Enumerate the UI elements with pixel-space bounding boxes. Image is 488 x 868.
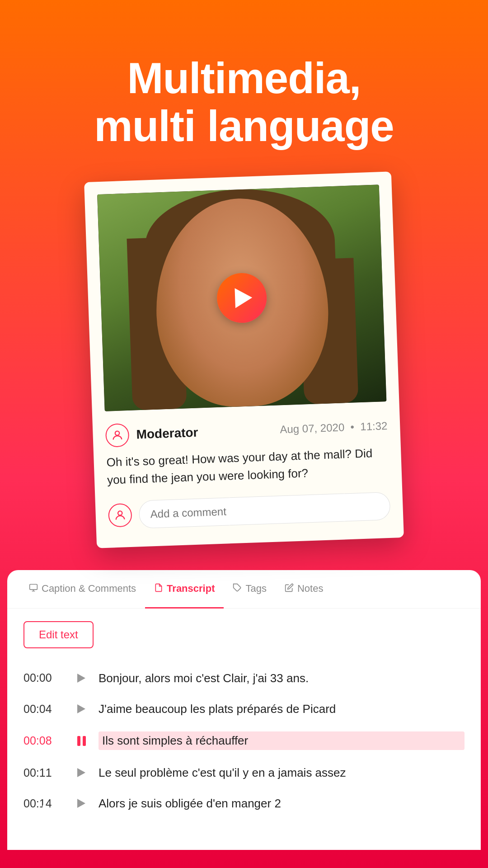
transcript-time-2: 00:08 <box>23 734 64 747</box>
svg-point-0 <box>115 431 120 436</box>
transcript-row: 00:14 Alors je suis obligée d'en manger … <box>23 788 465 819</box>
logo-dot-1 <box>27 814 36 823</box>
pause-bars <box>77 736 86 746</box>
tab-caption[interactable]: Caption & Comments <box>20 570 145 609</box>
polaroid-wrapper: Moderator Aug 07, 2020 • 11:32 Oh it's s… <box>0 177 488 570</box>
moderator-avatar <box>105 423 130 448</box>
transcript-text-0: Bonjour, alors moi c'est Clair, j'ai 33 … <box>99 670 465 686</box>
transcript-time-3: 00:11 <box>23 766 64 779</box>
transcript-row: 00:04 J'aime beaucoup les plats préparés… <box>23 693 465 724</box>
svg-point-1 <box>118 511 122 515</box>
logo-line <box>42 805 46 832</box>
transcript-time-1: 00:04 <box>23 703 64 716</box>
tabs-row: Caption & Comments Transcript Tags <box>7 570 481 609</box>
pause-bar-left <box>77 736 80 746</box>
transcript-row-active: 00:08 Ils sont simples à réchauffer <box>23 724 465 757</box>
hero-title: Multimedia, multi language <box>36 54 452 150</box>
hero-header: Multimedia, multi language <box>0 0 488 177</box>
play-icon-0[interactable] <box>73 670 89 686</box>
notes-icon <box>285 583 294 594</box>
tab-transcript-label: Transcript <box>167 583 215 594</box>
comment-avatar <box>108 503 132 528</box>
video-thumbnail[interactable] <box>97 185 386 411</box>
play-triangle-4 <box>77 799 85 808</box>
play-icon-1[interactable] <box>73 701 89 717</box>
transcript-text-3: Le seul problème c'est qu'il y en a jama… <box>99 764 465 781</box>
svg-rect-2 <box>30 584 38 590</box>
comment-input-row <box>108 492 391 530</box>
transcript-text-2: Ils sont simples à réchauffer <box>99 731 465 750</box>
play-triangle-1 <box>77 704 85 713</box>
tags-icon <box>233 583 242 594</box>
bottom-logo <box>27 805 61 832</box>
play-triangle-0 <box>77 674 85 683</box>
play-icon <box>235 288 253 308</box>
edit-text-button[interactable]: Edit text <box>23 621 94 648</box>
transcript-row: 00:00 Bonjour, alors moi c'est Clair, j'… <box>23 663 465 693</box>
transcript-content: Edit text 00:00 Bonjour, alors moi c'est… <box>7 609 481 832</box>
card-meta: Moderator Aug 07, 2020 • 11:32 <box>105 414 388 448</box>
play-icon-3[interactable] <box>73 764 89 781</box>
pause-icon-2[interactable] <box>73 733 89 749</box>
tab-caption-label: Caption & Comments <box>42 583 136 594</box>
moderator-name: Moderator <box>136 425 198 442</box>
card-message: Oh it's so great! How was your day at th… <box>106 444 389 489</box>
bottom-panel: Caption & Comments Transcript Tags <box>7 570 481 849</box>
logo-top-row <box>27 805 61 832</box>
transcript-icon <box>154 583 163 594</box>
tab-tags-label: Tags <box>245 583 266 594</box>
logo-dot-2 <box>52 814 61 823</box>
pause-bar-right <box>83 736 86 746</box>
tab-tags[interactable]: Tags <box>224 570 275 609</box>
tab-notes-label: Notes <box>297 583 323 594</box>
comment-input[interactable] <box>139 492 391 528</box>
transcript-time-0: 00:00 <box>23 671 64 684</box>
tab-notes[interactable]: Notes <box>276 570 332 609</box>
polaroid-card: Moderator Aug 07, 2020 • 11:32 Oh it's s… <box>84 172 404 548</box>
play-triangle-3 <box>77 768 85 777</box>
transcript-text-1: J'aime beaucoup les plats préparés de Pi… <box>99 701 465 717</box>
tab-transcript[interactable]: Transcript <box>145 570 224 609</box>
transcript-text-4: Alors je suis obligée d'en manger 2 <box>99 795 465 811</box>
transcript-row: 00:11 Le seul problème c'est qu'il y en … <box>23 757 465 788</box>
video-date: Aug 07, 2020 • 11:32 <box>280 420 388 436</box>
caption-icon <box>29 583 38 594</box>
play-icon-4[interactable] <box>73 795 89 811</box>
